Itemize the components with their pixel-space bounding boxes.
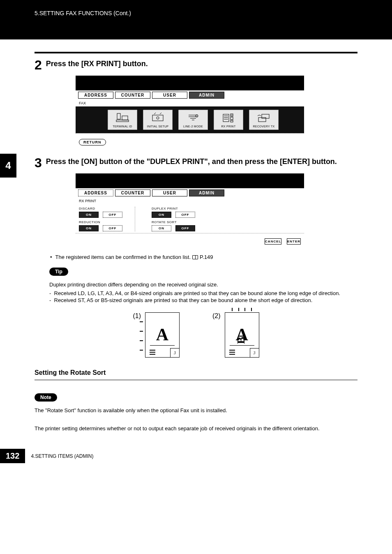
duplex-label: DUPLEX PRINT: [152, 207, 195, 210]
discard-on-button[interactable]: ON: [79, 212, 99, 218]
step-number: 3: [35, 156, 42, 169]
svg-point-4: [157, 117, 159, 119]
tab-admin[interactable]: ADMIN: [189, 92, 224, 99]
svg-rect-6: [223, 114, 229, 122]
line2-mode-button[interactable]: LINE-2 MODE: [178, 110, 208, 130]
reduction-label: REDUCTION: [79, 220, 122, 224]
diagram-paper-2: A B 3: [225, 312, 259, 358]
svg-rect-0: [117, 113, 120, 119]
rx-print-icon: [221, 112, 236, 124]
screen-blackbar: [76, 76, 304, 90]
reduction-off-button[interactable]: OFF: [103, 225, 122, 231]
tab-user[interactable]: USER: [152, 92, 187, 99]
screenshot-2: ADDRESS COUNTER USER ADMIN RX PRINT DISC…: [76, 173, 357, 247]
rotate-on-button[interactable]: ON: [152, 225, 171, 231]
step-2: 2 Press the [RX PRINT] button.: [35, 58, 357, 72]
page-fold: 3: [170, 348, 179, 357]
step-text: Press the [RX PRINT] button.: [46, 58, 148, 69]
discard-off-button[interactable]: OFF: [103, 212, 122, 218]
step-text: Press the [ON] button of the "DUPLEX PRI…: [46, 156, 337, 166]
enter-button[interactable]: ENTER: [287, 238, 301, 245]
tip-line1: Duplex printing direction differs depend…: [49, 282, 357, 288]
terminal-id-button[interactable]: TERMINAL ID: [108, 110, 137, 130]
page-content: 2 Press the [RX PRINT] button. ADDRESS C…: [0, 39, 392, 449]
screen-label: RX PRINT: [76, 198, 304, 204]
description-text: The printer setting determines whether o…: [35, 425, 357, 433]
svg-rect-2: [116, 120, 129, 122]
tab-admin[interactable]: ADMIN: [189, 189, 224, 196]
icon-caption: LINE-2 MODE: [183, 125, 203, 128]
section-heading: Setting the Rotate Sort: [35, 369, 357, 376]
cancel-button[interactable]: CANCEL: [265, 238, 281, 245]
icon-caption: RECOVERY TX: [253, 125, 274, 128]
chapter-title: 5.SETTING FAX FUNCTIONS (Cont.): [35, 10, 131, 16]
svg-rect-8: [231, 117, 233, 120]
chapter-header: 5.SETTING FAX FUNCTIONS (Cont.): [0, 0, 392, 39]
screen-tabs: ADDRESS COUNTER USER ADMIN: [76, 90, 304, 100]
initial-setup-button[interactable]: INITIAL SETUP: [143, 110, 173, 130]
diagram-letter-A: A: [156, 325, 168, 344]
initial-setup-icon: [150, 112, 165, 124]
diagram-paper-1: A 3: [145, 312, 180, 358]
return-button[interactable]: RETURN: [79, 139, 106, 145]
tab-counter[interactable]: COUNTER: [115, 189, 150, 196]
screen-tabs: ADDRESS COUNTER USER ADMIN: [76, 188, 304, 198]
step-3: 3 Press the [ON] button of the "DUPLEX P…: [35, 156, 357, 169]
note-body: The "Rotate Sort" function is available …: [35, 406, 357, 415]
book-icon: [192, 255, 198, 259]
diagram-letter-B: B: [235, 337, 247, 344]
screenshot-1: ADDRESS COUNTER USER ADMIN FAX TERMINAL …: [76, 76, 357, 150]
tip-dash-2: - Received ST, A5 or B5-sized originals …: [49, 297, 357, 303]
duplex-diagram: (1) A 3 (2) A B 3: [35, 312, 357, 358]
discard-label: DISCARD: [79, 207, 122, 210]
tip-dash-1: - Received LD, LG, LT, A3, A4, or B4-siz…: [49, 290, 357, 296]
tab-address[interactable]: ADDRESS: [78, 189, 113, 196]
tab-address[interactable]: ADDRESS: [78, 92, 113, 99]
svg-rect-9: [231, 120, 233, 122]
tip-badge: Tip: [49, 268, 68, 276]
page-number: 132: [0, 449, 25, 463]
icon-caption: INITIAL SETUP: [147, 125, 169, 128]
note-badge: Note: [35, 393, 57, 402]
page-fold: 3: [250, 348, 259, 357]
page-footer: 132 4.SETTING ITEMS (ADMIN): [0, 449, 392, 476]
duplex-off-button[interactable]: OFF: [175, 212, 195, 218]
divider-thin: [35, 380, 357, 380]
terminal-id-icon: [115, 112, 130, 124]
tab-counter[interactable]: COUNTER: [115, 92, 150, 99]
icon-caption: TERMINAL ID: [113, 125, 132, 128]
tab-user[interactable]: USER: [152, 189, 187, 196]
step-number: 2: [35, 58, 42, 72]
pageref: P.149: [200, 254, 213, 260]
rx-print-button[interactable]: RX PRINT: [214, 110, 243, 130]
rotate-label: ROTATE SORT: [152, 220, 195, 224]
divider-thick: [35, 52, 357, 53]
duplex-on-button[interactable]: ON: [152, 212, 171, 218]
rotate-off-button[interactable]: OFF: [175, 225, 195, 231]
registered-text: The registered items can be confirmed in…: [55, 254, 191, 260]
svg-rect-3: [152, 115, 163, 121]
chapter-side-tab: 4: [0, 154, 16, 178]
footer-text: 4.SETTING ITEMS (ADMIN): [31, 453, 93, 459]
svg-rect-1: [122, 116, 128, 120]
recovery-tx-icon: [256, 112, 271, 124]
icon-caption: RX PRINT: [221, 125, 235, 128]
reduction-on-button[interactable]: ON: [79, 225, 99, 231]
registered-note: • The registered items can be confirmed …: [50, 254, 357, 260]
screen-label: FAX: [76, 100, 304, 106]
recovery-tx-button[interactable]: RECOVERY TX: [249, 110, 279, 130]
line2-icon: [186, 112, 201, 124]
screen-blackbar: [76, 173, 304, 188]
diagram-num-2: (2): [212, 312, 221, 320]
